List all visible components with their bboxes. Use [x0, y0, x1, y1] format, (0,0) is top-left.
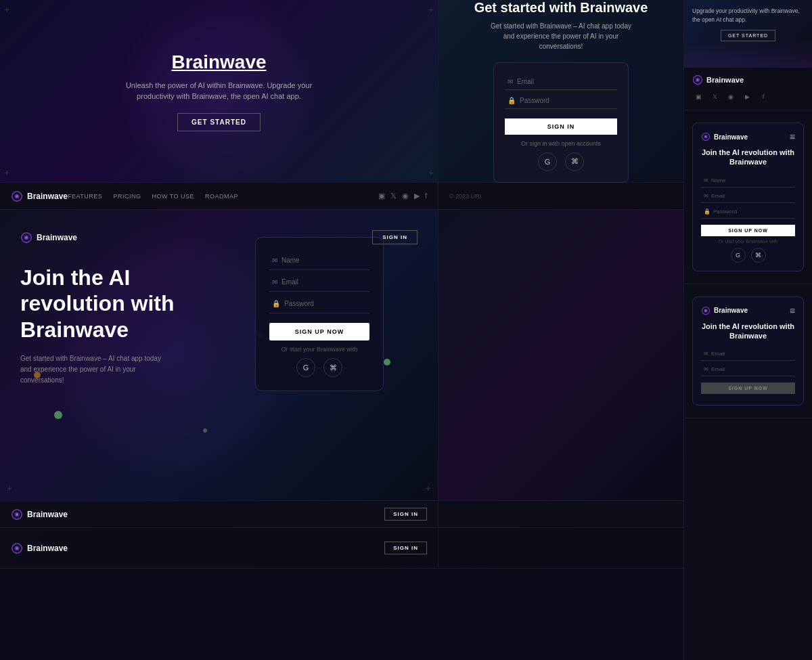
signup-heading: Join the AI revolution with Brainwave: [20, 265, 223, 343]
sidebar-get-started-button[interactable]: GET STARTED: [721, 30, 775, 41]
corner-plus-bl: +: [4, 167, 9, 178]
signup-social-auth: G ⌘: [269, 358, 369, 377]
nav-features[interactable]: FEATURES: [68, 193, 102, 200]
nav-how-to-use[interactable]: HOW TO USE: [152, 193, 194, 200]
social-auth-buttons: G ⌘: [505, 152, 617, 171]
sidebar-password-label: Password: [713, 208, 737, 215]
sidebar-card-name-1: Brainwave: [714, 133, 748, 141]
or-start-brainwave-text: Or start your Brainwave with: [269, 346, 369, 353]
social-icon-twitter[interactable]: 𝕏: [390, 192, 397, 200]
sidebar-ai-title-2: Join the AI revolution with Brainwave: [701, 322, 795, 341]
bottom-partial-logo: Brainwave: [11, 542, 68, 554]
sidebar-password-field: 🔒 Password: [701, 205, 795, 219]
svg-point-20: [705, 309, 707, 311]
logo-text: Brainwave: [27, 192, 68, 201]
sidebar-logo-bar: Brainwave: [692, 74, 804, 85]
hero-right-panel: Get started with Brainwave Get started w…: [438, 0, 683, 182]
nav-pricing[interactable]: PRICING: [113, 193, 141, 200]
social-icon-telegram[interactable]: ▶: [414, 192, 420, 200]
dot-green-2: [384, 359, 390, 366]
sidebar-ai-panel-1: Brainwave ≡ Join the AI revolution with …: [684, 110, 812, 284]
svg-point-2: [16, 195, 18, 198]
sidebar-email-icon-3: ✉: [704, 366, 708, 372]
sidebar-social-twitter[interactable]: 𝕏: [708, 91, 721, 103]
signup-section: Brainwave SIGN IN Join the AI revolution…: [0, 210, 683, 501]
sidebar-social-auth-1: G ⌘: [701, 248, 795, 263]
signup-google-button[interactable]: G: [296, 358, 315, 377]
sidebar-signup-button-1[interactable]: SIGN UP NOW: [701, 225, 795, 236]
signup-name-icon: ✉: [272, 257, 277, 264]
footer-logo-icon: [11, 508, 23, 521]
sidebar-menu-icon-2[interactable]: ≡: [790, 305, 795, 316]
signup-name-text: Name: [281, 257, 300, 264]
dot-green: [54, 411, 62, 419]
signup-signin-button[interactable]: SIGN IN: [372, 230, 418, 244]
hero-left-panel: + + + + Brainwave Unleash the power of A…: [0, 0, 438, 182]
sidebar-name-field: ✉ Name: [701, 174, 795, 188]
sign-in-button[interactable]: SIGN IN: [505, 118, 617, 135]
nav-links: FEATURES PRICING HOW TO USE ROADMAP: [68, 193, 238, 200]
lock-icon: 🔒: [508, 97, 516, 104]
signup-email-text: Email: [281, 278, 298, 286]
sidebar-logo-icon: [692, 74, 703, 85]
signup-right-panel: [438, 210, 683, 500]
sidebar-social-telegram[interactable]: ▶: [741, 91, 753, 103]
sidebar-apple-btn-1[interactable]: ⌘: [751, 248, 766, 263]
footer-logo: Brainwave: [11, 508, 68, 521]
nav-roadmap[interactable]: ROADMAP: [205, 193, 238, 200]
bottom-logo-icon: [11, 542, 23, 554]
signup-password-text: Password: [284, 300, 314, 307]
email-icon: ✉: [508, 78, 513, 85]
social-icon-monitor[interactable]: ▣: [378, 192, 385, 200]
svg-point-5: [25, 236, 28, 239]
sidebar-social-instagram[interactable]: ◉: [725, 91, 737, 103]
social-icon-instagram[interactable]: ◉: [402, 192, 409, 200]
sidebar-menu-icon-1[interactable]: ≡: [790, 131, 795, 142]
signup-name-field: ✉ Name: [269, 251, 369, 270]
sidebar-google-btn-1[interactable]: G: [731, 248, 746, 263]
signup-apple-button[interactable]: ⌘: [323, 358, 342, 377]
signin-form-card: ✉ Email 🔒 Password SIGN IN Or sign in wi…: [493, 62, 629, 183]
sidebar-lock-icon: 🔒: [704, 208, 710, 215]
or-text: Or sign in with open accounts: [505, 140, 617, 147]
password-field-row: 🔒 Password: [505, 93, 617, 109]
main-col: + + + + Brainwave Unleash the power of A…: [0, 0, 683, 660]
bottom-logo-text: Brainwave: [27, 544, 68, 553]
corner-plus-tl: +: [4, 4, 9, 15]
sidebar-email-label-2: Email: [711, 351, 725, 357]
sign-up-now-button[interactable]: SIGN UP NOW: [269, 323, 369, 340]
password-placeholder-label: Password: [520, 97, 549, 104]
signup-email-field: ✉ Email: [269, 273, 369, 292]
sidebar-card-logo-2: Brainwave: [701, 306, 748, 315]
bottom-signin-button[interactable]: SIGN IN: [384, 542, 427, 554]
hero-bottom-bar: Brainwave FEATURES PRICING HOW TO USE RO…: [0, 183, 683, 210]
signup-logo-text: Brainwave: [37, 233, 77, 242]
sidebar-panel-header-2: Brainwave ≡: [701, 305, 795, 316]
footer-signin-button[interactable]: SIGN IN: [384, 508, 427, 521]
sidebar-email-field-2: ✉ Email: [701, 347, 795, 361]
sidebar-social-monitor[interactable]: ▣: [692, 91, 704, 103]
sidebar-ai-panel-2: Brainwave ≡ Join the AI revolution with …: [684, 284, 812, 419]
page-container: + + + + Brainwave Unleash the power of A…: [0, 0, 812, 660]
dot-gray: [203, 428, 207, 433]
sidebar-card-logo-icon-1: [701, 132, 710, 141]
hero-section: + + + + Brainwave Unleash the power of A…: [0, 0, 683, 183]
signup-lock-icon: 🔒: [272, 300, 280, 307]
sidebar-social-facebook[interactable]: f: [757, 91, 769, 103]
email-placeholder-label: Email: [517, 78, 534, 85]
signup-corner-bl: +: [7, 483, 12, 493]
bottom-bar-right: © 2023 URI: [438, 183, 683, 209]
signup-logo: Brainwave: [20, 232, 77, 244]
sidebar-signup-button-2[interactable]: SIGN UP NOW: [701, 382, 795, 394]
sidebar-logo-panel: Brainwave ▣ 𝕏 ◉ ▶ f: [684, 68, 812, 110]
copyright-text: © 2023 URI: [449, 193, 481, 200]
sidebar-brainwave-card-2: Brainwave ≡ Join the AI revolution with …: [692, 296, 804, 406]
sidebar-email-field: ✉ Email: [701, 190, 795, 203]
google-auth-button[interactable]: G: [538, 152, 557, 171]
sidebar-social-icons: ▣ 𝕏 ◉ ▶ f: [692, 91, 804, 103]
bottom-partial: Brainwave SIGN IN: [0, 528, 683, 569]
social-icon-facebook[interactable]: f: [425, 192, 427, 200]
apple-auth-button[interactable]: ⌘: [565, 152, 584, 171]
bottom-partial-left: Brainwave SIGN IN: [0, 528, 438, 568]
get-started-button[interactable]: GET STARTED: [177, 113, 261, 131]
